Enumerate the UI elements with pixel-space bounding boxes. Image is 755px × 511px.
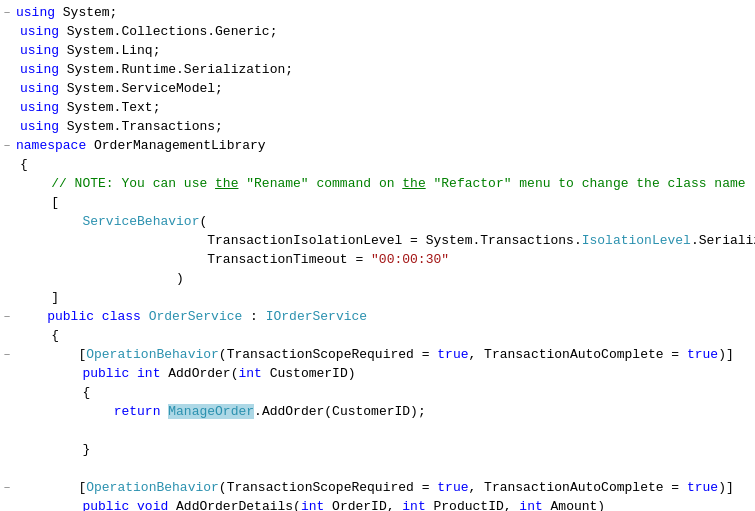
collapse-icon[interactable]: −	[0, 310, 14, 326]
line-content: namespace OrderManagementLibrary	[14, 137, 755, 156]
code-line: [	[0, 194, 755, 213]
line-content: )	[18, 270, 755, 289]
line-content: {	[18, 156, 755, 175]
code-line: ServiceBehavior(	[0, 213, 755, 232]
line-content: [OperationBehavior(TransactionScopeRequi…	[14, 479, 755, 498]
line-content: }	[18, 441, 755, 460]
line-content: ServiceBehavior(	[18, 213, 755, 232]
collapse-icon[interactable]: −	[0, 481, 14, 497]
line-content	[18, 422, 755, 441]
line-content: using System.Transactions;	[18, 118, 755, 137]
code-line: {	[0, 327, 755, 346]
line-content: return ManageOrder.AddOrder(CustomerID);	[18, 403, 755, 422]
collapse-icon[interactable]: −	[0, 348, 14, 364]
code-line: − using System;	[0, 4, 755, 23]
code-line: using System.Linq;	[0, 42, 755, 61]
line-content: // NOTE: You can use the "Rename" comman…	[18, 175, 755, 194]
line-content: using System.Text;	[18, 99, 755, 118]
line-content: public int AddOrder(int CustomerID)	[18, 365, 755, 384]
code-line	[0, 460, 755, 479]
line-content: [	[18, 194, 755, 213]
line-content: public class OrderService : IOrderServic…	[14, 308, 755, 327]
code-line: − [OperationBehavior(TransactionScopeReq…	[0, 346, 755, 365]
code-line: )	[0, 270, 755, 289]
line-content: using System;	[14, 4, 755, 23]
line-content: using System.Linq;	[18, 42, 755, 61]
code-line: {	[0, 156, 755, 175]
line-content: using System.ServiceModel;	[18, 80, 755, 99]
code-line: using System.Transactions;	[0, 118, 755, 137]
line-content: {	[18, 384, 755, 403]
line-content: TransactionTimeout = "00:00:30"	[18, 251, 755, 270]
code-line: − namespace OrderManagementLibrary	[0, 137, 755, 156]
code-line: public void AddOrderDetails(int OrderID,…	[0, 498, 755, 511]
collapse-icon[interactable]: −	[0, 6, 14, 22]
code-line: public int AddOrder(int CustomerID)	[0, 365, 755, 384]
line-content: [OperationBehavior(TransactionScopeRequi…	[14, 346, 755, 365]
line-content: using System.Runtime.Serialization;	[18, 61, 755, 80]
line-content: using System.Collections.Generic;	[18, 23, 755, 42]
line-content	[18, 460, 755, 479]
code-line: − public class OrderService : IOrderServ…	[0, 308, 755, 327]
line-content: ]	[18, 289, 755, 308]
line-content: public void AddOrderDetails(int OrderID,…	[18, 498, 755, 511]
code-line: {	[0, 384, 755, 403]
code-line: using System.Text;	[0, 99, 755, 118]
code-line: TransactionTimeout = "00:00:30"	[0, 251, 755, 270]
collapse-icon[interactable]: −	[0, 139, 14, 155]
line-content: {	[18, 327, 755, 346]
code-line: TransactionIsolationLevel = System.Trans…	[0, 232, 755, 251]
code-line: ]	[0, 289, 755, 308]
line-content: TransactionIsolationLevel = System.Trans…	[18, 232, 755, 251]
code-line: using System.ServiceModel;	[0, 80, 755, 99]
code-line: using System.Runtime.Serialization;	[0, 61, 755, 80]
code-line: return ManageOrder.AddOrder(CustomerID);	[0, 403, 755, 422]
code-line: − [OperationBehavior(TransactionScopeReq…	[0, 479, 755, 498]
code-line: using System.Collections.Generic;	[0, 23, 755, 42]
code-line	[0, 422, 755, 441]
code-line: }	[0, 441, 755, 460]
code-editor: − using System; using System.Collections…	[0, 0, 755, 511]
code-line: // NOTE: You can use the "Rename" comman…	[0, 175, 755, 194]
